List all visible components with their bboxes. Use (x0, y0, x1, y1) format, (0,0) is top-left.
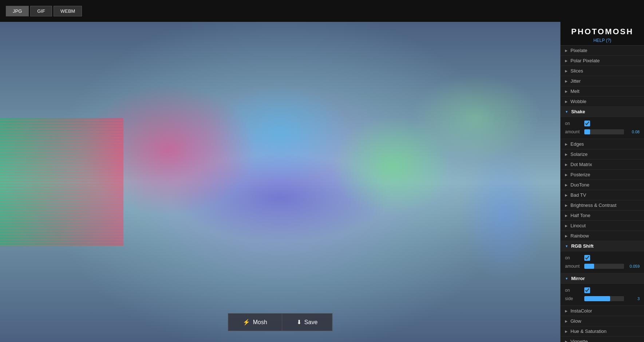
effect-label: Jitter (570, 78, 581, 84)
chevron-right-icon: ▶ (565, 69, 568, 73)
effect-jitter[interactable]: ▶ Jitter (561, 76, 644, 86)
shake-on-row: on (565, 119, 640, 128)
effect-label: Glow (570, 318, 581, 324)
mirror-side-slider[interactable] (584, 296, 624, 301)
panel-header: PHOTOMOSH HELP (?) (561, 22, 644, 46)
rgb-amount-value: 0.059 (627, 264, 640, 268)
effect-label: Mirror (571, 276, 585, 281)
effect-label: Brightness & Contrast (570, 203, 616, 208)
shake-controls: on amount 0.08 (561, 117, 644, 139)
chevron-right-icon: ▶ (565, 309, 568, 313)
effect-linocut[interactable]: ▶ Linocut (561, 221, 644, 231)
effect-mirror[interactable]: ▼ Mirror (561, 274, 644, 284)
chevron-right-icon: ▶ (565, 100, 568, 103)
action-bar: ⚡ Mosh ⬇ Save (228, 313, 333, 331)
canvas-area[interactable]: ⚡ Mosh ⬇ Save (0, 22, 560, 342)
mirror-on-row: on (565, 286, 640, 295)
chevron-right-icon: ▶ (565, 79, 568, 83)
rgb-on-row: on (565, 253, 640, 262)
effect-hue-saturation[interactable]: ▶ Hue & Saturation (561, 326, 644, 337)
chevron-right-icon: ▶ (565, 49, 568, 52)
effect-label: InstaColor (570, 308, 592, 314)
help-link[interactable]: HELP (?) (566, 38, 638, 43)
rgb-on-checkbox[interactable] (584, 255, 590, 261)
chevron-right-icon: ▶ (565, 142, 568, 146)
effect-label: Wobble (570, 99, 586, 104)
effect-label: DuoTone (570, 182, 589, 188)
effect-label: Bad TV (570, 192, 586, 198)
mosh-label: Mosh (253, 319, 267, 326)
chevron-right-icon: ▶ (565, 59, 568, 63)
shake-amount-slider[interactable] (584, 129, 624, 134)
mirror-on-checkbox[interactable] (584, 287, 590, 293)
mosh-button[interactable]: ⚡ Mosh (228, 313, 282, 331)
effect-wobble[interactable]: ▶ Wobble (561, 97, 644, 107)
effect-label: Slices (570, 68, 583, 74)
mirror-on-label: on (565, 288, 581, 293)
mirror-side-row: side 3 (565, 295, 640, 303)
effect-label: Dot Matrix (570, 162, 592, 167)
rgb-amount-slider[interactable] (584, 264, 624, 269)
effect-bad-tv[interactable]: ▶ Bad TV (561, 190, 644, 200)
effect-label: Linocut (570, 223, 586, 228)
shake-on-checkbox[interactable] (584, 121, 590, 126)
effect-label: Polar Pixelate (570, 58, 600, 63)
effect-label: Vignette (570, 339, 588, 342)
effect-duotone[interactable]: ▶ DuoTone (561, 180, 644, 190)
topbar: JPG GIF WEBM (0, 0, 644, 22)
chevron-right-icon: ▶ (565, 319, 568, 323)
effect-solarize[interactable]: ▶ Solarize (561, 149, 644, 160)
effect-edges[interactable]: ▶ Edges (561, 139, 644, 149)
effect-rainbow[interactable]: ▶ Rainbow (561, 231, 644, 241)
chevron-right-icon: ▶ (565, 340, 568, 342)
tab-jpg[interactable]: JPG (6, 6, 29, 16)
effect-label: Half Tone (570, 213, 590, 218)
effect-label: Posterize (570, 172, 590, 177)
effect-label: RGB Shift (571, 243, 593, 249)
effect-half-tone[interactable]: ▶ Half Tone (561, 211, 644, 221)
effect-pixelate[interactable]: ▶ Pixelate (561, 46, 644, 56)
shake-amount-fill (584, 129, 590, 134)
tab-gif[interactable]: GIF (30, 6, 52, 16)
shake-on-label: on (565, 121, 581, 126)
chevron-right-icon: ▶ (565, 224, 568, 228)
effect-slices[interactable]: ▶ Slices (561, 66, 644, 76)
chevron-right-icon: ▶ (565, 183, 568, 187)
effect-melt[interactable]: ▶ Melt (561, 86, 644, 97)
effect-polar-pixelate[interactable]: ▶ Polar Pixelate (561, 56, 644, 66)
effect-rgb-shift[interactable]: ▼ RGB Shift (561, 241, 644, 251)
effect-instacolor[interactable]: ▶ InstaColor (561, 306, 644, 316)
effect-posterize[interactable]: ▶ Posterize (561, 170, 644, 180)
chevron-right-icon: ▶ (565, 163, 568, 166)
chevron-right-icon: ▶ (565, 330, 568, 333)
main-layout: ⚡ Mosh ⬇ Save PHOTOMOSH HELP (?) ▶ Pixel… (0, 22, 644, 342)
effect-shake[interactable]: ▼ Shake (561, 107, 644, 117)
effect-vignette[interactable]: ▶ Vignette (561, 337, 644, 342)
effect-label: Solarize (570, 152, 588, 157)
effect-label: Rainbow (570, 233, 589, 239)
effect-label: Shake (571, 109, 585, 114)
tab-webm[interactable]: WEBM (54, 6, 82, 16)
effect-brightness-contrast[interactable]: ▶ Brightness & Contrast (561, 200, 644, 211)
chevron-right-icon: ▶ (565, 204, 568, 207)
mirror-controls: on side 3 (561, 284, 644, 306)
chevron-down-icon: ▼ (565, 244, 568, 248)
save-icon: ⬇ (297, 319, 301, 326)
effect-dot-matrix[interactable]: ▶ Dot Matrix (561, 160, 644, 170)
save-button[interactable]: ⬇ Save (282, 313, 332, 331)
canvas-preview (0, 22, 560, 342)
chevron-right-icon: ▶ (565, 234, 568, 238)
shake-amount-value: 0.08 (627, 130, 640, 134)
effect-label: Hue & Saturation (570, 329, 607, 334)
rgb-amount-label: amount (565, 264, 581, 269)
rgb-amount-row: amount 0.059 (565, 262, 640, 270)
rgb-on-label: on (565, 255, 581, 260)
effect-glow[interactable]: ▶ Glow (561, 316, 644, 326)
mirror-side-fill (584, 296, 610, 301)
logo: PHOTOMOSH (566, 27, 638, 36)
effect-label: Edges (570, 141, 584, 147)
mirror-side-label: side (565, 296, 581, 301)
rgb-shift-controls: on amount 0.059 (561, 251, 644, 274)
mosh-icon: ⚡ (243, 319, 250, 326)
effects-list: ▶ Pixelate ▶ Polar Pixelate ▶ Slices ▶ J… (561, 46, 644, 342)
